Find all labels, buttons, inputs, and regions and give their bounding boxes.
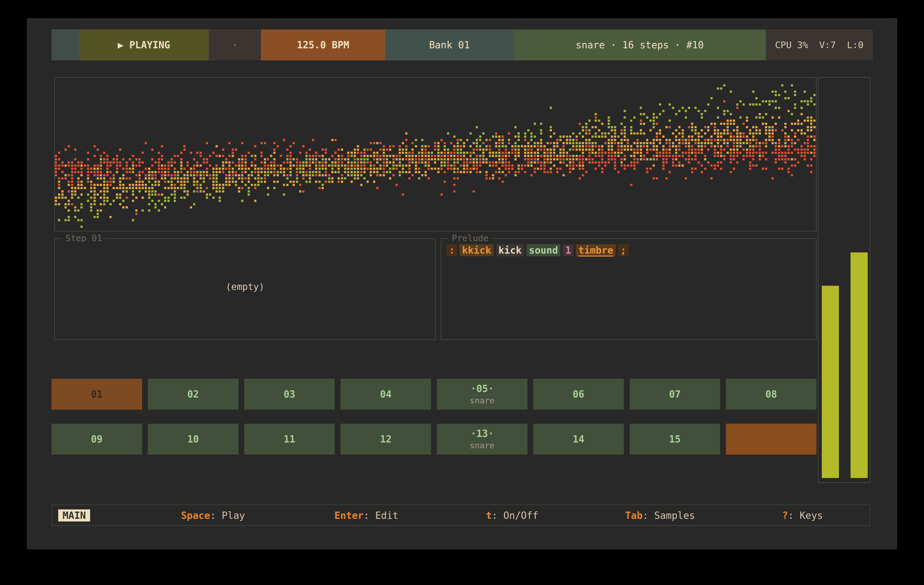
- step-button-11[interactable]: 11: [244, 424, 335, 455]
- playing-label: ▶ PLAYING: [118, 40, 170, 51]
- bank-display: Bank 01: [385, 30, 514, 60]
- key-hint-enter: Enter: Edit: [335, 510, 398, 521]
- step-detail-panel: Step 01 (empty): [54, 238, 436, 340]
- dot-indicator: ·: [232, 40, 238, 51]
- key-hint-space: Space: Play: [181, 510, 245, 521]
- bpm-display: 125.0 BPM: [261, 30, 385, 60]
- step-button-02[interactable]: 02: [148, 379, 239, 410]
- hint-key: ?: [782, 510, 788, 521]
- step-button-label: 03: [284, 389, 295, 400]
- code-token: ;: [618, 244, 629, 256]
- track-info-display: snare · 16 steps · #10: [514, 30, 766, 60]
- step-button-label: 15: [669, 433, 681, 445]
- step-panel-title: Step 01: [62, 233, 106, 243]
- step-button-10[interactable]: 10: [148, 424, 239, 455]
- code-token: sound: [526, 244, 560, 256]
- vu-meter-panel: [818, 77, 870, 483]
- step-button-label: 12: [380, 433, 392, 445]
- visualization-panel: [54, 77, 817, 231]
- step-button-label: 01: [91, 389, 102, 400]
- step-button-03[interactable]: 03: [244, 379, 335, 410]
- step-button-07[interactable]: 07: [630, 379, 720, 410]
- code-token: :: [447, 244, 457, 256]
- step-button-label: ·13·: [470, 428, 493, 439]
- hint-key: t: [486, 510, 492, 521]
- prelude-code-line: :kkickkicksound1timbre;: [447, 244, 629, 256]
- hint-action: : Samples: [642, 510, 695, 521]
- step-sample-label: snare: [470, 440, 494, 450]
- step-button-label: 08: [766, 389, 777, 400]
- waveform-scatter: [55, 78, 816, 231]
- topbar-dot-segment: ·: [209, 30, 261, 60]
- step-button-12[interactable]: 12: [340, 424, 431, 455]
- step-button-09[interactable]: 09: [51, 424, 142, 455]
- bank-label: Bank 01: [429, 40, 470, 51]
- cpu-voices-label: CPU 3% V:7 L:0: [775, 40, 863, 50]
- step-button-13[interactable]: ·13·snare: [437, 424, 528, 455]
- code-token: timbre: [576, 244, 615, 256]
- vu-meter-bar-2: [851, 252, 868, 478]
- code-token: kick: [496, 244, 524, 256]
- hint-key: Tab: [625, 510, 642, 521]
- track-info-label: snare · 16 steps · #10: [576, 40, 704, 51]
- prelude-panel[interactable]: Prelude :kkickkicksound1timbre;: [441, 238, 817, 340]
- step-button-label: 07: [669, 389, 681, 400]
- step-button-06[interactable]: 06: [533, 379, 624, 410]
- step-button-16[interactable]: [726, 424, 817, 455]
- bpm-value: 125.0 BPM: [297, 40, 350, 51]
- key-hint-bar: MAIN Space: PlayEnter: Editt: On/OffTab:…: [51, 504, 870, 526]
- step-empty-label: (empty): [55, 282, 435, 292]
- step-button-14[interactable]: 14: [533, 424, 624, 455]
- top-status-bar: ▶ PLAYING · 125.0 BPM Bank 01 snare · 16…: [51, 30, 873, 60]
- step-grid: 01020304·05·snare06070809101112·13·snare…: [51, 379, 817, 455]
- hint-action: : Keys: [788, 510, 823, 521]
- transport-status: ▶ PLAYING: [79, 30, 209, 60]
- topbar-spacer: [51, 30, 79, 60]
- code-token: 1: [563, 244, 573, 256]
- step-sample-label: snare: [470, 395, 494, 405]
- step-button-label: 10: [187, 433, 199, 445]
- step-button-label: 09: [91, 433, 102, 445]
- system-stats: CPU 3% V:7 L:0: [766, 30, 873, 60]
- step-button-label: 02: [187, 389, 199, 400]
- step-button-label: ·05·: [470, 383, 493, 394]
- vu-meter-bar-1: [822, 286, 839, 478]
- mode-badge: MAIN: [58, 509, 90, 521]
- step-button-label: 11: [284, 433, 295, 445]
- step-button-label: 14: [573, 433, 584, 445]
- step-button-08[interactable]: 08: [726, 379, 817, 410]
- key-hint-t: t: On/Off: [486, 510, 538, 521]
- step-button-04[interactable]: 04: [340, 379, 431, 410]
- step-button-label: 06: [573, 389, 584, 400]
- hint-key: Space: [181, 510, 210, 521]
- step-button-01[interactable]: 01: [51, 379, 142, 410]
- app-window: ▶ PLAYING · 125.0 BPM Bank 01 snare · 16…: [27, 18, 897, 549]
- step-button-05[interactable]: ·05·snare: [437, 379, 528, 410]
- hint-action: : Play: [210, 510, 245, 521]
- hint-action: : On/Off: [492, 510, 538, 521]
- hint-action: : Edit: [363, 510, 398, 521]
- key-hint-?: ?: Keys: [782, 510, 823, 521]
- step-button-15[interactable]: 15: [630, 424, 720, 455]
- hint-key: Enter: [335, 510, 363, 521]
- prelude-panel-title: Prelude: [449, 233, 492, 243]
- key-hint-tab: Tab: Samples: [625, 510, 695, 521]
- step-button-label: 04: [380, 389, 392, 400]
- code-token: kkick: [460, 244, 493, 256]
